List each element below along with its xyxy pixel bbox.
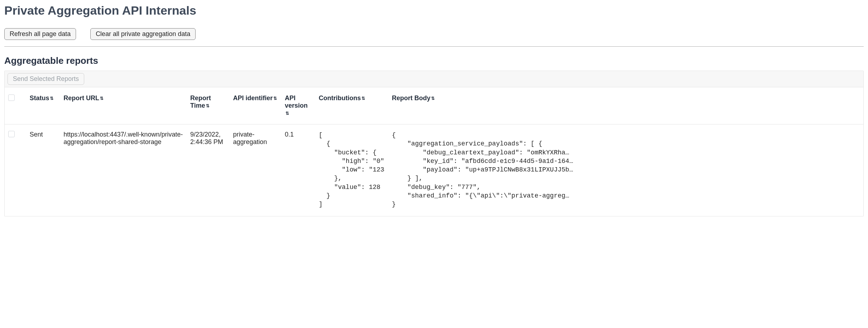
header-status-label: Status [30,94,49,102]
sort-icon: ⇅ [100,96,104,101]
cell-report-url: https://localhost:4437/.well-known/priva… [60,124,187,216]
header-report-body-label: Report Body [392,94,430,102]
row-select-cell [5,124,26,216]
header-status[interactable]: Status⇅ [26,87,60,124]
panel-header: Send Selected Reports [5,71,863,87]
section-title: Aggregatable reports [4,55,864,66]
table-header-row: Status⇅ Report URL⇅ Report Time⇅ API ide… [5,87,863,124]
header-report-url[interactable]: Report URL⇅ [60,87,187,124]
header-contributions-label: Contributions [319,94,361,102]
table-row: Sent https://localhost:4437/.well-known/… [5,124,863,216]
cell-contributions: [ { "bucket": { "high": "0", "low": "123… [315,124,388,216]
cell-report-body: { "aggregation_service_payloads": [ { "d… [388,124,863,216]
cell-status: Sent [26,124,60,216]
header-contributions[interactable]: Contributions⇅ [315,87,388,124]
toolbar: Refresh all page data Clear all private … [4,28,864,47]
reports-table: Status⇅ Report URL⇅ Report Time⇅ API ide… [5,87,863,216]
sort-icon: ⇅ [50,96,54,101]
report-body-code: { "aggregation_service_payloads": [ { "d… [392,131,860,209]
sort-icon: ⇅ [362,96,365,101]
table-wrap: Status⇅ Report URL⇅ Report Time⇅ API ide… [5,87,863,216]
row-select-checkbox[interactable] [8,131,15,137]
header-report-body[interactable]: Report Body⇅ [388,87,863,124]
send-selected-reports-button[interactable]: Send Selected Reports [7,73,84,85]
sort-icon: ⇅ [206,103,210,108]
header-report-time[interactable]: Report Time⇅ [187,87,229,124]
header-api-version-label: API version [285,94,308,109]
reports-panel: Send Selected Reports Status⇅ Report URL… [4,71,864,216]
select-all-header [5,87,26,124]
cell-api-identifier: private-aggregation [229,124,281,216]
page-title: Private Aggregation API Internals [4,4,864,17]
sort-icon: ⇅ [273,96,277,101]
header-report-url-label: Report URL [64,94,99,102]
contributions-code: [ { "bucket": { "high": "0", "low": "123… [319,131,385,209]
refresh-button[interactable]: Refresh all page data [4,28,76,40]
cell-report-time: 9/23/2022, 2:44:36 PM [187,124,229,216]
sort-icon: ⇅ [286,111,289,116]
select-all-checkbox[interactable] [8,94,15,101]
clear-data-button[interactable]: Clear all private aggregation data [90,28,196,40]
sort-icon: ⇅ [431,96,435,101]
header-api-identifier[interactable]: API identifier⇅ [229,87,281,124]
header-api-version[interactable]: API version⇅ [281,87,315,124]
header-api-identifier-label: API identifier [233,94,273,102]
cell-api-version: 0.1 [281,124,315,216]
